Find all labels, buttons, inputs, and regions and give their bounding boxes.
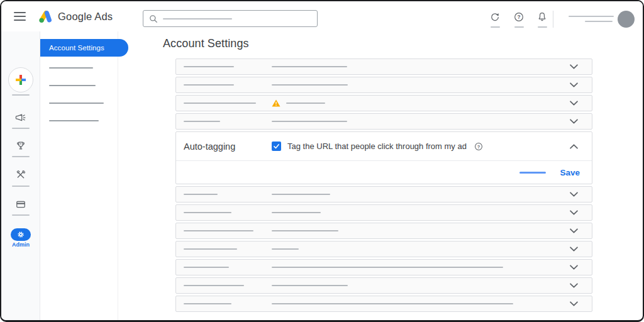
settings-row[interactable] [175, 113, 592, 130]
help-circle-icon[interactable]: ? [474, 142, 483, 151]
account-info-button[interactable] [566, 14, 616, 25]
sidebar-menu [49, 67, 104, 138]
rail-label-skeleton [12, 214, 30, 216]
sidebar-item-skeleton[interactable] [49, 67, 93, 69]
chevron-down-icon [570, 210, 578, 215]
chevron-down-icon [570, 301, 578, 306]
settings-row[interactable] [175, 186, 592, 203]
search-input[interactable] [143, 10, 318, 27]
auto-tagging-section: Auto-tagging Tag the URL that people cli… [175, 131, 592, 184]
sidebar-item-admin[interactable] [11, 228, 31, 241]
sidebar-item-skeleton[interactable] [49, 103, 104, 104]
row-label-skeleton [184, 267, 229, 268]
shortcut-skeleton [538, 26, 547, 28]
chevron-up-icon [570, 144, 578, 149]
search-placeholder-skeleton [163, 18, 232, 19]
chevron-down-icon [570, 119, 578, 124]
chevron-down-icon [570, 64, 578, 69]
rail-label-skeleton [12, 156, 30, 157]
rail-label-skeleton [12, 128, 30, 129]
sidebar-item-skeleton[interactable] [49, 120, 99, 121]
refresh-button[interactable] [489, 11, 501, 28]
chevron-down-icon [570, 265, 578, 270]
sidebar-item-account-settings[interactable]: Account Settings [40, 39, 128, 57]
row-label-skeleton [184, 285, 244, 286]
row-label-skeleton [184, 248, 237, 250]
row-value-skeleton [272, 248, 299, 250]
tools-icon [14, 169, 27, 184]
settings-row[interactable] [175, 58, 592, 75]
menu-icon[interactable] [14, 10, 29, 23]
checkbox-label: Tag the URL that people click through fr… [287, 142, 467, 151]
shortcut-skeleton [491, 26, 500, 28]
app-title: Google Ads [58, 1, 113, 31]
google-ads-logo-icon[interactable] [36, 8, 53, 25]
sidebar-item-goals[interactable] [1, 140, 40, 155]
row-value-skeleton [286, 103, 325, 104]
gear-icon [16, 230, 25, 239]
sidebar-active-label: Account Settings [49, 44, 104, 52]
chevron-down-icon [570, 283, 578, 288]
settings-row[interactable] [175, 259, 592, 275]
save-button[interactable]: Save [560, 168, 580, 177]
question-glyph: ? [477, 143, 480, 149]
row-label-skeleton [184, 121, 220, 122]
settings-accordion: Auto-tagging Tag the URL that people cli… [175, 58, 592, 314]
nav-rail: Admin [1, 31, 40, 320]
section-label: Auto-tagging [184, 142, 235, 152]
chevron-down-icon [570, 82, 578, 87]
footer-link-skeleton[interactable] [519, 172, 546, 174]
row-value-skeleton [272, 230, 338, 231]
topbar-divider [553, 11, 553, 28]
warning-icon [272, 99, 280, 107]
row-label-skeleton [184, 212, 231, 213]
row-value-skeleton [272, 285, 348, 286]
help-button[interactable]: ? [513, 11, 525, 28]
row-value-skeleton [272, 267, 503, 268]
chevron-down-icon [570, 101, 578, 106]
settings-row[interactable] [175, 204, 592, 221]
row-label-skeleton [184, 194, 218, 195]
sidebar-item-campaigns[interactable] [1, 111, 40, 126]
admin-label: Admin [1, 242, 40, 248]
row-label-skeleton [184, 84, 234, 86]
rows-above [175, 58, 592, 130]
chevron-down-icon [570, 247, 578, 252]
trophy-icon [14, 140, 27, 155]
row-label-skeleton [184, 303, 231, 304]
account-id-skeleton [585, 21, 613, 22]
plus-icon [15, 74, 26, 86]
settings-row[interactable] [175, 223, 592, 239]
settings-row[interactable] [175, 241, 592, 257]
account-name-skeleton [569, 16, 614, 17]
top-app-bar: Google Ads ? [1, 1, 643, 31]
create-button[interactable] [8, 67, 33, 92]
row-value-skeleton [272, 212, 321, 213]
row-label-skeleton [184, 66, 234, 67]
chevron-down-icon [570, 192, 578, 197]
rail-label-skeleton [12, 94, 30, 96]
megaphone-icon [14, 111, 27, 126]
sidebar-item-skeleton[interactable] [49, 85, 96, 86]
avatar[interactable] [618, 11, 635, 28]
row-value-skeleton [272, 66, 347, 67]
row-label-skeleton [184, 230, 253, 231]
search-icon [149, 14, 158, 23]
sidebar-item-billing[interactable] [1, 198, 40, 213]
auto-tagging-checkbox[interactable] [272, 142, 281, 151]
row-value-skeleton [272, 194, 330, 195]
auto-tagging-header[interactable]: Auto-tagging Tag the URL that people cli… [176, 132, 592, 160]
row-value-skeleton [272, 303, 513, 304]
settings-row[interactable] [175, 77, 592, 93]
question-glyph: ? [517, 14, 520, 20]
section-footer: Save [176, 160, 592, 184]
notifications-button[interactable] [536, 11, 548, 28]
settings-row[interactable] [175, 277, 592, 294]
sidebar-item-tools[interactable] [1, 169, 40, 184]
settings-row[interactable] [175, 296, 592, 312]
settings-row[interactable] [175, 95, 592, 111]
row-value-skeleton [272, 121, 347, 122]
shortcut-skeleton [514, 26, 524, 28]
billing-card-icon [14, 198, 27, 213]
drawer-divider [118, 31, 118, 320]
